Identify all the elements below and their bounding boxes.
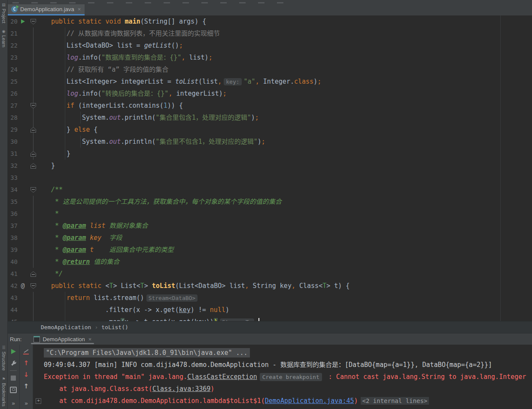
line-number: 24 xyxy=(7,64,18,76)
code-token: x -> t.cast(x.get( xyxy=(125,318,195,321)
stacktrace-link[interactable]: Class.java:3369 xyxy=(152,385,210,393)
expand-fold-icon[interactable]: + xyxy=(36,398,41,404)
code-token: "集合里包含1，处理对应的逻辑" xyxy=(156,114,251,121)
code-token: list xyxy=(86,222,105,230)
inline-hint: Stream<T> xyxy=(220,318,254,321)
code-token: ) xyxy=(225,306,229,314)
code-line-38[interactable]: 38 * @param key 字段 xyxy=(7,232,532,244)
code-token: key xyxy=(86,234,101,242)
code-token: ) xyxy=(251,114,255,121)
code-token: .map xyxy=(105,318,121,321)
toolwindow-learn-label: Learn xyxy=(1,35,6,47)
code-line-45[interactable]: 45.map(x -> t.cast(x.get(key)))Stream<T> xyxy=(7,316,532,321)
console-toolbar: ↑ ↓ ↑ » xyxy=(20,345,33,409)
code-line-23[interactable]: 23log.info("数据库查到的集合是：{}", list); xyxy=(7,52,532,64)
code-line-36[interactable]: 36 * xyxy=(7,208,532,220)
more-actions-button[interactable]: » xyxy=(12,400,15,406)
code-line-25[interactable]: 25List<Integer> integerList = toList(lis… xyxy=(7,76,532,88)
toolwindow-learn[interactable]: ◉ Learn xyxy=(1,29,6,47)
code-line-30[interactable]: 30System.out.println("集合里不包含1，处理对应的逻辑"); xyxy=(7,136,532,148)
editor-tab-demoapplication[interactable]: C DemoApplication.java × xyxy=(7,4,85,15)
code-token: public static void xyxy=(51,18,125,25)
close-icon[interactable]: × xyxy=(88,336,92,342)
code-line-20[interactable]: 20public static void main(String[] args)… xyxy=(7,15,532,27)
bookmarks-icon: ⚑ xyxy=(2,377,6,381)
editor-tab-label: DemoApplication.java xyxy=(20,6,74,12)
camera-icon xyxy=(10,387,17,393)
code-token: * xyxy=(51,246,63,254)
code-token: log xyxy=(67,90,78,97)
run-tab-demoapplication[interactable]: DemoApplication × xyxy=(31,333,94,345)
wrench-icon xyxy=(10,360,17,367)
code-line-40[interactable]: 40 * @return 值的集合 xyxy=(7,256,532,268)
code-line-43[interactable]: 43return list.stream()Stream<DataBO> xyxy=(7,292,532,304)
inline-hint: key: xyxy=(224,78,241,85)
stacktrace-link[interactable]: ClassCastException xyxy=(187,373,257,381)
code-line-35[interactable]: 35 * 这是公司提供的一个工具方法，获取集合中，每个对象的某个字段的值的集合 xyxy=(7,196,532,208)
stripe-top-group: ▤ Project ◉ Learn xyxy=(0,0,7,50)
close-icon[interactable]: × xyxy=(78,6,81,12)
down-stack-trace-button[interactable]: ↓ xyxy=(23,371,30,378)
toolwindow-project[interactable]: ▤ Project xyxy=(1,3,6,23)
line-number: 45 xyxy=(7,316,18,321)
line-number: 40 xyxy=(7,256,18,268)
code-line-33[interactable]: 33 xyxy=(7,172,532,184)
breadcrumb-item[interactable]: DemoApplication xyxy=(41,324,91,330)
code-line-44[interactable]: 44.filter(x -> x.get(key) != null) xyxy=(7,304,532,316)
code-line-24[interactable]: 24// 获取所有 “a” 字段的值的集合 xyxy=(7,64,532,76)
code-token: /** xyxy=(51,186,63,194)
internal-lines-hint[interactable]: <2 internal lines> xyxy=(361,397,429,405)
code-token: public static xyxy=(51,282,105,290)
console-text: ) xyxy=(354,397,358,405)
code-token: "集合里不包含1，处理对应的逻辑" xyxy=(156,138,258,145)
edit-configuration-button[interactable] xyxy=(10,360,17,367)
up-stack-trace-button[interactable]: ↑ xyxy=(23,360,30,367)
code-token: } xyxy=(67,150,70,158)
more-actions-button[interactable]: » xyxy=(24,400,27,406)
learn-icon: ◉ xyxy=(2,29,6,33)
code-line-37[interactable]: 37 * @param list 数据对象集合 xyxy=(7,220,532,232)
code-token: (list xyxy=(198,78,218,85)
console-text: at java.lang.Class.cast( xyxy=(44,385,152,393)
code-token: toList xyxy=(152,282,175,290)
rerun-button[interactable] xyxy=(10,348,17,355)
code-line-21[interactable]: 21// 从数据库查询数据列表，不用关注里面的实现细节 xyxy=(7,27,532,39)
line-number: 39 xyxy=(7,244,18,256)
code-line-29[interactable]: 29} else { xyxy=(7,124,532,136)
toolwindow-bookmarks[interactable]: ⚑ Bookmarks xyxy=(1,377,6,406)
code-token: * xyxy=(51,210,59,218)
code-line-28[interactable]: 28System.out.println("集合里包含1，处理对应的逻辑"); xyxy=(7,112,532,124)
code-token: , xyxy=(292,282,295,290)
code-line-41[interactable]: 41 */ xyxy=(7,268,532,280)
code-line-42[interactable]: 42@public static <T> List<T> toList(List… xyxy=(7,280,532,292)
stop-button[interactable] xyxy=(10,375,17,382)
dump-threads-button[interactable] xyxy=(10,386,17,393)
toolwindow-structure[interactable]: ☰ Structure xyxy=(1,345,6,371)
code-line-34[interactable]: 34/** xyxy=(7,184,532,196)
code-line-22[interactable]: 22List<DataBO> list = getList(); xyxy=(7,39,532,52)
prev-occurrence-button[interactable]: ↑ xyxy=(23,383,30,390)
console-output[interactable]: "C:\Program Files\Java\jdk1.8.0_91\bin\j… xyxy=(33,345,532,409)
run-line-icon[interactable] xyxy=(21,19,25,24)
code-line-27[interactable]: 27if (integerList.contains(1)) { xyxy=(7,100,532,112)
code-token: } xyxy=(51,162,55,170)
stacktrace-link[interactable]: DemoApplication.java:45 xyxy=(265,397,354,405)
breadcrumb-item[interactable]: toList() xyxy=(101,324,128,330)
code-editor[interactable]: 20public static void main(String[] args)… xyxy=(7,15,532,321)
create-breakpoint-hint[interactable]: Create breakpoint xyxy=(260,373,322,381)
code-token: @return xyxy=(63,258,90,266)
code-line-26[interactable]: 26log.info("转换后的集合是：{}", integerList); xyxy=(7,88,532,100)
line-number: 36 xyxy=(7,208,18,220)
code-token: else xyxy=(74,126,90,133)
line-number: 42 xyxy=(7,280,18,292)
toolwindow-project-label: Project xyxy=(1,9,6,23)
code-token: ( xyxy=(121,318,125,321)
code-token: list.stream() xyxy=(94,294,144,302)
code-token: )) xyxy=(206,318,214,321)
jump-to-bottom-button[interactable] xyxy=(23,348,30,355)
console-text: : Cannot cast java.lang.String to java.l… xyxy=(325,373,526,381)
code-line-39[interactable]: 39 * @param t 返回集合中元素的类型 xyxy=(7,244,532,256)
code-line-32[interactable]: 32} xyxy=(7,160,532,172)
code-line-31[interactable]: 31} xyxy=(7,148,532,160)
code-token: .println( xyxy=(121,138,155,145)
